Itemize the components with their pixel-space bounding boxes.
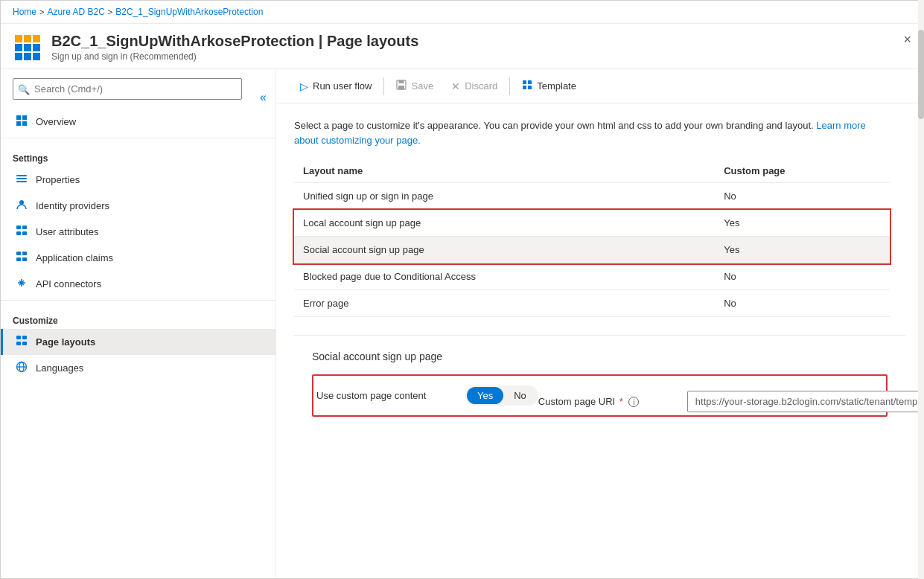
search-box: 🔍 bbox=[13, 78, 242, 100]
table-header-row: Layout name Custom page bbox=[294, 159, 890, 183]
scrollbar-thumb[interactable] bbox=[918, 69, 923, 119]
page-layouts-label: Page layouts bbox=[36, 336, 95, 348]
svg-rect-10 bbox=[16, 231, 21, 235]
save-button[interactable]: Save bbox=[387, 75, 442, 97]
use-custom-row: Use custom page content Yes No bbox=[316, 386, 538, 406]
template-button[interactable]: Template bbox=[513, 75, 585, 97]
svg-rect-9 bbox=[22, 225, 27, 229]
sidebar-overview-item[interactable]: Overview bbox=[1, 109, 275, 135]
toolbar-separator-2 bbox=[509, 77, 510, 95]
application-claims-label: Application claims bbox=[36, 252, 113, 263]
header-text: B2C_1_SignUpWithArkoseProtection | Page … bbox=[51, 33, 418, 62]
row-4-layout: Error page bbox=[294, 290, 715, 317]
layout-table: Layout name Custom page Unified sign up … bbox=[294, 159, 890, 317]
application-claims-icon bbox=[15, 251, 28, 265]
customize-divider bbox=[1, 300, 275, 301]
table-container: Layout name Custom page Unified sign up … bbox=[294, 159, 890, 317]
properties-icon bbox=[15, 173, 28, 187]
table-row-social[interactable]: Social account sign up page Yes bbox=[294, 237, 890, 263]
page-header: B2C_1_SignUpWithArkoseProtection | Page … bbox=[1, 24, 923, 69]
page-layouts-icon bbox=[15, 335, 28, 349]
svg-rect-3 bbox=[22, 121, 27, 126]
sidebar-item-user-attributes[interactable]: User attributes bbox=[1, 219, 275, 245]
discard-button[interactable]: ✕ Discard bbox=[442, 76, 506, 97]
sidebar-item-identity-providers[interactable]: Identity providers bbox=[1, 193, 275, 219]
template-label: Template bbox=[537, 80, 576, 92]
sidebar-item-languages[interactable]: Languages bbox=[1, 355, 275, 381]
discard-icon: ✕ bbox=[451, 80, 460, 92]
sidebar-item-page-layouts[interactable]: Page layouts bbox=[1, 329, 275, 355]
languages-icon bbox=[15, 361, 28, 375]
svg-point-7 bbox=[19, 200, 24, 205]
content-body: Select a page to customize it's appearan… bbox=[276, 103, 923, 578]
svg-rect-6 bbox=[16, 181, 27, 182]
run-user-flow-button[interactable]: ▷ Run user flow bbox=[291, 76, 380, 97]
run-icon: ▷ bbox=[300, 80, 308, 92]
uri-row: Custom page URI * i bbox=[538, 391, 923, 412]
languages-label: Languages bbox=[36, 362, 83, 374]
scrollbar-track bbox=[918, 69, 923, 578]
row-2-layout: Social account sign up page bbox=[294, 237, 715, 263]
svg-rect-24 bbox=[399, 80, 404, 83]
breadcrumb-azure[interactable]: Azure AD B2C bbox=[47, 7, 104, 17]
search-input[interactable] bbox=[13, 78, 242, 100]
template-icon bbox=[522, 80, 532, 92]
svg-rect-2 bbox=[16, 121, 21, 126]
svg-rect-19 bbox=[22, 342, 27, 345]
toggle-yes[interactable]: Yes bbox=[467, 387, 503, 404]
overview-label: Overview bbox=[36, 116, 76, 127]
custom-page-uri-input[interactable] bbox=[687, 391, 923, 412]
api-connectors-icon bbox=[15, 277, 28, 291]
sidebar-item-api-connectors[interactable]: API connectors bbox=[1, 271, 275, 297]
col-layout-name: Layout name bbox=[294, 159, 715, 183]
svg-rect-17 bbox=[22, 336, 27, 339]
svg-rect-1 bbox=[22, 115, 27, 120]
description-text: Select a page to customize it's appearan… bbox=[294, 118, 890, 147]
sidebar: 🔍 « Overview Settings bbox=[1, 69, 276, 578]
collapse-button[interactable]: « bbox=[254, 86, 273, 109]
save-label: Save bbox=[411, 80, 433, 92]
row-0-layout: Unified sign up or sign in page bbox=[294, 183, 715, 210]
col-custom-page: Custom page bbox=[715, 159, 890, 183]
info-icon[interactable]: i bbox=[628, 397, 639, 407]
required-indicator: * bbox=[619, 396, 623, 407]
svg-rect-18 bbox=[16, 342, 21, 345]
toggle-no[interactable]: No bbox=[503, 387, 537, 404]
selected-rows-group: Local account sign up page Yes Social ac… bbox=[294, 210, 890, 263]
row-1-custom: Yes bbox=[715, 210, 890, 237]
svg-rect-14 bbox=[16, 257, 21, 261]
row-1-layout: Local account sign up page bbox=[294, 210, 715, 237]
header-icon bbox=[13, 33, 42, 63]
table-row[interactable]: Unified sign up or sign in page No bbox=[294, 183, 890, 210]
user-attributes-icon bbox=[15, 225, 28, 239]
sidebar-item-properties[interactable]: Properties bbox=[1, 167, 275, 193]
toggle-container: Use custom page content Yes No Custom pa… bbox=[312, 374, 888, 417]
svg-rect-15 bbox=[22, 257, 27, 261]
bottom-section-title: Social account sign up page bbox=[312, 351, 888, 362]
breadcrumb-current[interactable]: B2C_1_SignUpWithArkoseProtection bbox=[115, 7, 263, 17]
svg-rect-5 bbox=[16, 178, 27, 179]
properties-label: Properties bbox=[36, 174, 80, 185]
table-row-local[interactable]: Local account sign up page Yes bbox=[294, 210, 890, 237]
svg-rect-26 bbox=[523, 80, 526, 84]
svg-rect-29 bbox=[528, 86, 532, 89]
row-3-custom: No bbox=[715, 263, 890, 290]
table-body-rest: Blocked page due to Conditional Access N… bbox=[294, 263, 890, 317]
page-title: B2C_1_SignUpWithArkoseProtection | Page … bbox=[51, 33, 418, 50]
row-2-custom: Yes bbox=[715, 237, 890, 263]
custom-toggle[interactable]: Yes No bbox=[465, 386, 538, 406]
search-icon: 🔍 bbox=[18, 83, 30, 95]
table-row-blocked[interactable]: Blocked page due to Conditional Access N… bbox=[294, 263, 890, 290]
api-connectors-label: API connectors bbox=[36, 278, 101, 290]
svg-rect-13 bbox=[22, 252, 27, 255]
settings-section-label: Settings bbox=[1, 141, 275, 167]
bottom-section: Social account sign up page Use custom p… bbox=[294, 335, 905, 432]
close-button[interactable]: × bbox=[903, 33, 911, 46]
sidebar-item-application-claims[interactable]: Application claims bbox=[1, 245, 275, 271]
settings-divider bbox=[1, 138, 275, 138]
breadcrumb-home[interactable]: Home bbox=[13, 7, 36, 17]
table-row-error[interactable]: Error page No bbox=[294, 290, 890, 317]
svg-rect-16 bbox=[16, 336, 21, 339]
run-user-flow-label: Run user flow bbox=[313, 80, 372, 92]
toolbar: ▷ Run user flow Save ✕ bbox=[276, 69, 923, 103]
